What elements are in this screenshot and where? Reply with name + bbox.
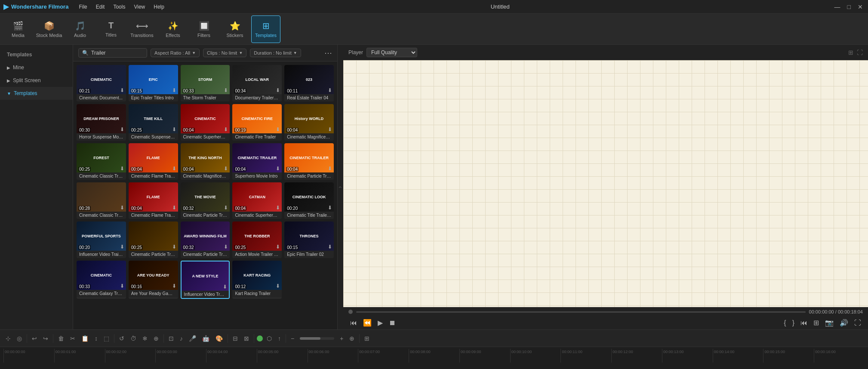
split-screen-btn[interactable]: ⊞ bbox=[812, 318, 821, 328]
download-icon[interactable]: ⬇ bbox=[224, 166, 228, 172]
download-icon[interactable]: ⬇ bbox=[328, 244, 332, 250]
template-card[interactable]: A NEW STYLE ⬇ Influencer Video Traile... bbox=[181, 261, 230, 299]
template-card[interactable]: FLAME 00:04 ⬇ Cinematic Flame Trail... bbox=[129, 143, 178, 180]
audio-btn[interactable]: ♪ bbox=[178, 334, 185, 343]
export-btn[interactable]: ↑ bbox=[276, 334, 283, 343]
auto-btn[interactable]: ⊕ bbox=[151, 334, 161, 343]
template-card[interactable]: FLAME 00:04 ⬇ Cinematic Flame Trail... bbox=[129, 182, 178, 219]
template-card[interactable]: ARE YOU READY 00:16 ⬇ Are Your Ready Gam… bbox=[129, 261, 178, 299]
stabilize-btn[interactable]: ⊡ bbox=[166, 334, 176, 343]
template-card[interactable]: CINEMATIC FIRE 00:19 ⬇ Cinematic Fire Tr… bbox=[232, 104, 282, 141]
template-card[interactable]: CINEMATIC 00:04 ⬇ Cinematic Superhero ..… bbox=[181, 104, 230, 141]
download-icon[interactable]: ⬇ bbox=[328, 126, 332, 132]
template-card[interactable]: CINEMATIC TRAILER 00:04 ⬇ Superhero Movi… bbox=[232, 143, 282, 180]
template-card[interactable]: POWERFUL SPORTS 00:20 ⬇ Influencer Video… bbox=[77, 221, 126, 258]
menu-edit[interactable]: Edit bbox=[92, 3, 108, 11]
crop-btn[interactable]: ⬚ bbox=[102, 334, 111, 343]
template-card[interactable]: FOREST 00:25 ⬇ Cinematic Classic Trail..… bbox=[77, 143, 126, 180]
step-back-btn[interactable]: ⏮ bbox=[348, 318, 359, 328]
download-icon[interactable]: ⬇ bbox=[172, 205, 176, 211]
template-card[interactable]: EPIC 00:15 ⬇ Epic Trailer Titles Intro bbox=[129, 65, 178, 101]
voice-btn[interactable]: 🎤 bbox=[187, 334, 198, 343]
menu-help[interactable]: Help bbox=[150, 3, 168, 11]
sidebar-item-split-screen[interactable]: ▶ Split Screen bbox=[0, 74, 73, 87]
template-card[interactable]: KART RACING 00:12 ⬇ Kart Racing Trailer bbox=[232, 261, 282, 299]
template-card[interactable]: THE KING NORTH 00:04 ⬇ Cinematic Magnifi… bbox=[181, 143, 230, 180]
volume-btn[interactable]: 🔊 bbox=[838, 318, 850, 328]
menu-tools[interactable]: Tools bbox=[110, 3, 129, 11]
download-icon[interactable]: ⬇ bbox=[276, 87, 280, 93]
copy-btn[interactable]: 📋 bbox=[79, 334, 91, 343]
download-icon[interactable]: ⬇ bbox=[224, 244, 228, 250]
download-icon[interactable]: ⬇ bbox=[172, 244, 176, 250]
download-icon[interactable]: ⬇ bbox=[276, 244, 280, 250]
fit-btn[interactable]: ⊕ bbox=[347, 334, 357, 343]
tool-transitions[interactable]: ⟷ Transitions bbox=[127, 15, 157, 43]
sidebar-item-mine[interactable]: ▶ Mine bbox=[0, 61, 73, 74]
mark-in-btn[interactable]: { bbox=[782, 318, 788, 328]
sidebar-collapse-btn[interactable]: ‹ bbox=[337, 45, 343, 329]
duration-filter[interactable]: Duration : No limit ▼ bbox=[250, 49, 301, 57]
prev-clip-btn[interactable]: ⏮ bbox=[799, 318, 809, 328]
stop-btn[interactable]: ⏹ bbox=[387, 318, 397, 328]
template-card[interactable]: LOCAL WAR 00:34 ⬇ Documentary Trailer I.… bbox=[232, 65, 282, 101]
template-card[interactable]: 00:25 ⬇ Cinematic Particle Trai... bbox=[129, 221, 178, 258]
split-btn[interactable]: ↕ bbox=[92, 334, 100, 343]
tool-audio[interactable]: 🎵 Audio bbox=[65, 15, 95, 43]
menu-view[interactable]: View bbox=[130, 3, 148, 11]
menu-file[interactable]: File bbox=[75, 3, 90, 11]
color-btn[interactable]: 🎨 bbox=[213, 334, 225, 343]
download-icon[interactable]: ⬇ bbox=[276, 126, 280, 132]
snapshot-btn[interactable]: 📷 bbox=[823, 318, 835, 328]
prev-frame-btn[interactable]: ⏪ bbox=[361, 318, 373, 328]
clips-filter[interactable]: Clips : No limit ▼ bbox=[203, 49, 246, 57]
tool-stickers[interactable]: ⭐ Stickers bbox=[220, 15, 249, 43]
select-tool[interactable]: ⊹ bbox=[3, 334, 13, 343]
tool-media[interactable]: 🎬 Media bbox=[3, 15, 33, 43]
template-card[interactable]: History WORLD 00:04 ⬇ Cinematic Magnific… bbox=[284, 104, 334, 141]
play-btn[interactable]: ▶ bbox=[376, 318, 385, 328]
mark-out-btn[interactable]: } bbox=[791, 318, 796, 328]
undo-btn[interactable]: ↩ bbox=[30, 334, 39, 343]
tool-titles[interactable]: T Titles bbox=[96, 15, 126, 43]
settings-btn[interactable]: ⊞ bbox=[362, 334, 372, 343]
download-icon[interactable]: ⬇ bbox=[276, 166, 280, 172]
search-input[interactable] bbox=[91, 50, 139, 56]
download-icon[interactable]: ⬇ bbox=[172, 87, 176, 93]
template-card[interactable]: CATMAN 00:04 ⬇ Cinematic Superhero ... bbox=[232, 182, 282, 219]
redo-btn[interactable]: ↪ bbox=[41, 334, 50, 343]
download-icon[interactable]: ⬇ bbox=[120, 87, 124, 93]
maximize-btn[interactable]: □ bbox=[846, 3, 853, 11]
download-icon[interactable]: ⬇ bbox=[172, 166, 176, 172]
timeline-track[interactable] bbox=[356, 311, 806, 313]
template-card[interactable]: CINEMATIC LOOK 00:20 ⬇ Cinematic Title T… bbox=[284, 182, 334, 219]
template-card[interactable]: STORM 00:33 ⬇ The Storm Trailer bbox=[181, 65, 230, 101]
download-icon[interactable]: ⬇ bbox=[120, 166, 124, 172]
download-icon[interactable]: ⬇ bbox=[120, 126, 124, 132]
template-card[interactable]: 023 00:11 ⬇ Real Estate Trailer 04 bbox=[284, 65, 334, 101]
subtitle-btn[interactable]: ⊟ bbox=[231, 334, 240, 343]
download-icon[interactable]: ⬇ bbox=[276, 205, 280, 211]
motion-btn[interactable]: ⊠ bbox=[242, 334, 251, 343]
template-card[interactable]: THE ROBBER 00:25 ⬇ Action Movie Trailer … bbox=[232, 221, 282, 258]
aspect-ratio-filter[interactable]: Aspect Ratio : All ▼ bbox=[151, 49, 200, 57]
download-icon[interactable]: ⬇ bbox=[328, 87, 332, 93]
download-icon[interactable]: ⬇ bbox=[172, 283, 176, 289]
freeze-btn[interactable]: ❄ bbox=[140, 334, 150, 343]
minimize-btn[interactable]: — bbox=[833, 3, 842, 11]
tool-stock-media[interactable]: 📦 Stock Media bbox=[34, 15, 64, 43]
render-btn[interactable]: ⬡ bbox=[265, 334, 274, 343]
template-card[interactable]: DREAM PRISONER 00:30 ⬇ Horror Suspense M… bbox=[77, 104, 126, 141]
download-icon[interactable]: ⬇ bbox=[328, 166, 332, 172]
playhead-dot[interactable] bbox=[348, 310, 353, 314]
fullscreen-btn[interactable]: ⛶ bbox=[853, 318, 863, 328]
delete-btn[interactable]: 🗑 bbox=[56, 334, 66, 343]
rotate-btn[interactable]: ↺ bbox=[117, 334, 126, 343]
download-icon[interactable]: ⬇ bbox=[224, 87, 228, 93]
template-card[interactable]: CINEMATIC TRAILER 00:04 ⬇ Cinematic Part… bbox=[284, 143, 334, 180]
template-card[interactable]: THRONES 00:15 ⬇ Epic Film Trailer 02 bbox=[284, 221, 334, 258]
download-icon[interactable]: ⬇ bbox=[172, 126, 176, 132]
download-icon[interactable]: ⬇ bbox=[224, 126, 228, 132]
template-card[interactable]: TIME KILL 00:25 ⬇ Cinematic Suspense Tr.… bbox=[129, 104, 178, 141]
template-card[interactable]: 00:28 ⬇ Cinematic Classic Trail... bbox=[77, 182, 126, 219]
